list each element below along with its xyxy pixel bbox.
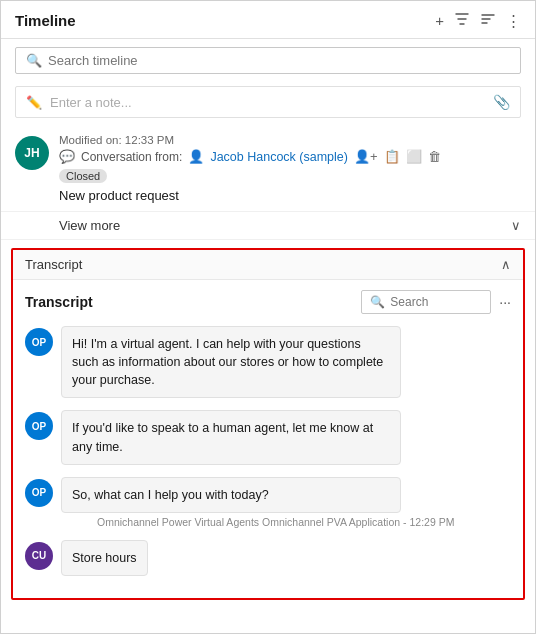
sort-icon[interactable] (480, 11, 496, 30)
entry-modified: Modified on: 12:33 PM (59, 134, 521, 146)
note-placeholder-text[interactable]: Enter a note... (50, 95, 132, 110)
filter-icon[interactable] (454, 11, 470, 30)
transcript-toolbar-title: Transcript (25, 294, 93, 310)
collapse-icon[interactable]: ∧ (501, 257, 511, 272)
entry-conversation-row: 💬 Conversation from: 👤 Jacob Hancock (sa… (59, 149, 521, 164)
view-more-link[interactable]: View more (59, 218, 120, 233)
status-row: Closed (59, 167, 521, 185)
entry-subject: New product request (59, 188, 521, 203)
note-bar: ✏️ Enter a note... 📎 (15, 86, 521, 118)
transcript-section-title: Transcript (25, 257, 82, 272)
chat-icon: 💬 (59, 149, 75, 164)
header-actions: + ⋮ (435, 11, 521, 30)
copy-icon[interactable]: 📋 (384, 149, 400, 164)
panel-header: Timeline + ⋮ (1, 1, 535, 39)
person-name[interactable]: Jacob Hancock (sample) (210, 150, 348, 164)
open-icon[interactable]: ⬜ (406, 149, 422, 164)
avatar: JH (15, 136, 49, 170)
chat-bubble-3: So, what can I help you with today? (61, 477, 401, 513)
view-more-row: View more ∨ (1, 212, 535, 240)
transcript-search-bar: 🔍 (361, 290, 491, 314)
chat-bubble-1: Hi! I'm a virtual agent. I can help with… (61, 326, 401, 398)
transcript-search-input[interactable] (390, 295, 482, 309)
more-icon[interactable]: ⋮ (506, 12, 521, 30)
person-icon: 👤 (188, 149, 204, 164)
cu-avatar-1: CU (25, 542, 53, 570)
op-avatar-3: OP (25, 479, 53, 507)
chat-message-2: OP If you'd like to speak to a human age… (25, 410, 511, 464)
delete-icon[interactable]: 🗑 (428, 149, 441, 164)
chat-messages: OP Hi! I'm a virtual agent. I can help w… (25, 326, 511, 576)
chat-bubble-2: If you'd like to speak to a human agent,… (61, 410, 401, 464)
panel-title: Timeline (15, 12, 76, 29)
status-badge: Closed (59, 169, 107, 183)
timeline-entry: JH Modified on: 12:33 PM 💬 Conversation … (1, 126, 535, 212)
chat-bubble-4: Store hours (61, 540, 148, 576)
chat-message-4: CU Store hours (25, 540, 511, 576)
search-timeline-bar: 🔍 (15, 47, 521, 74)
person-add-icon[interactable]: 👤+ (354, 149, 378, 164)
chevron-down-icon[interactable]: ∨ (511, 218, 521, 233)
timeline-panel: Timeline + ⋮ 🔍 ✏️ Enter a note... 📎 (0, 0, 536, 634)
op-avatar-1: OP (25, 328, 53, 356)
transcript-toolbar-right: 🔍 ··· (361, 290, 511, 314)
transcript-more-icon[interactable]: ··· (499, 294, 511, 310)
entry-content: Modified on: 12:33 PM 💬 Conversation fro… (59, 134, 521, 203)
transcript-section: Transcript ∧ Transcript 🔍 ··· (11, 248, 525, 600)
attachment-icon[interactable]: 📎 (493, 94, 510, 110)
chat-message-3: OP So, what can I help you with today? O… (25, 477, 511, 528)
op-avatar-2: OP (25, 412, 53, 440)
search-timeline-input[interactable] (48, 53, 510, 68)
chat-meta-3: Omnichannel Power Virtual Agents Omnicha… (61, 516, 454, 528)
transcript-search-icon: 🔍 (370, 295, 385, 309)
add-icon[interactable]: + (435, 12, 444, 29)
transcript-section-header: Transcript ∧ (13, 250, 523, 280)
transcript-body: Transcript 🔍 ··· OP Hi! I'm a virtual ag… (13, 280, 523, 598)
conversation-label: Conversation from: (81, 150, 182, 164)
pencil-icon: ✏️ (26, 95, 42, 110)
search-icon: 🔍 (26, 53, 42, 68)
transcript-toolbar: Transcript 🔍 ··· (25, 290, 511, 314)
chat-message-1: OP Hi! I'm a virtual agent. I can help w… (25, 326, 511, 398)
